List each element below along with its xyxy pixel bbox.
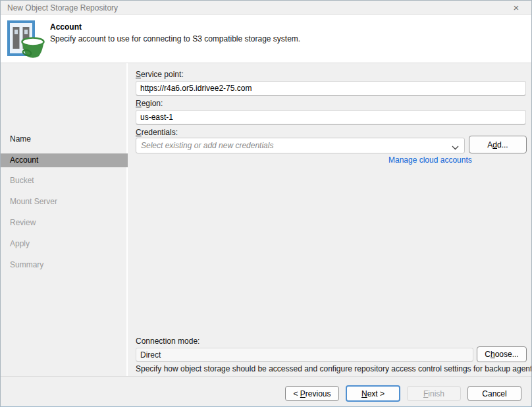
choose-accel: h (491, 350, 495, 359)
sidebar-item-name[interactable]: Name (1, 132, 128, 146)
sidebar-item-account[interactable]: Account (1, 153, 128, 167)
next-post: ext > (367, 389, 385, 398)
connection-mode-note: Specify how object storage should be acc… (136, 364, 532, 373)
wizard-steps-sidebar: Name Account Bucket Mount Server Review … (1, 63, 128, 376)
close-icon[interactable]: × (509, 1, 523, 14)
step-title: Account (50, 22, 82, 32)
finish-post: inish (428, 389, 444, 398)
wizard-footer: < Previous Next > Finish Cancel (1, 376, 531, 407)
sidebar-item-mount-server[interactable]: Mount Server (1, 195, 128, 209)
service-point-accel: S (136, 70, 141, 79)
connection-mode-value (136, 348, 473, 362)
window-title: New Object Storage Repository (7, 3, 118, 13)
finish-button[interactable]: Finish (407, 386, 461, 401)
choose-connection-mode-button[interactable]: Choose... (477, 346, 527, 362)
step-description: Specify account to use for connecting to… (50, 34, 300, 43)
credentials-placeholder: Select existing or add new credentials (141, 141, 273, 150)
previous-pre: < (293, 389, 300, 398)
region-label-rest: egion: (142, 99, 163, 108)
chevron-down-icon (452, 143, 459, 152)
previous-accel: P (300, 389, 306, 398)
cancel-button[interactable]: Cancel (467, 386, 521, 401)
next-accel: N (361, 389, 367, 398)
titlebar: New Object Storage Repository × (1, 1, 531, 15)
add-accel: d (492, 140, 497, 149)
credentials-accel: C (136, 128, 142, 137)
region-accel: R (136, 99, 142, 108)
service-point-label-rest: ervice point: (141, 70, 184, 79)
previous-button[interactable]: < Previous (285, 386, 339, 401)
next-button[interactable]: Next > (346, 385, 400, 402)
sidebar-item-bucket[interactable]: Bucket (1, 174, 128, 188)
connection-mode-label: Connection mode: (136, 337, 200, 346)
credentials-label-rest: redentials: (142, 128, 178, 137)
region-input[interactable] (136, 110, 526, 124)
sidebar-item-summary[interactable]: Summary (1, 258, 128, 272)
account-step-content: Service point: Region: Credentials: Sele… (129, 63, 532, 376)
service-point-input[interactable] (136, 81, 526, 95)
manage-cloud-accounts-link[interactable]: Manage cloud accounts (388, 155, 472, 165)
region-label: Region: (136, 99, 163, 108)
credentials-dropdown[interactable]: Select existing or add new credentials (136, 138, 465, 153)
sidebar-item-review[interactable]: Review (1, 216, 128, 230)
choose-post: oose... (495, 350, 519, 359)
choose-pre: C (485, 350, 491, 359)
wizard-body: Name Account Bucket Mount Server Review … (1, 63, 531, 376)
previous-post: revious (306, 389, 331, 398)
object-storage-repository-icon (7, 20, 45, 62)
wizard-header: Account Specify account to use for conne… (1, 15, 531, 63)
sidebar-item-apply[interactable]: Apply (1, 237, 128, 251)
add-post: d... (497, 140, 508, 149)
credentials-label: Credentials: (136, 128, 178, 137)
new-object-storage-repository-dialog: New Object Storage Repository × Account … (0, 0, 532, 407)
service-point-label: Service point: (136, 70, 184, 79)
add-credentials-button[interactable]: Add... (469, 136, 527, 153)
